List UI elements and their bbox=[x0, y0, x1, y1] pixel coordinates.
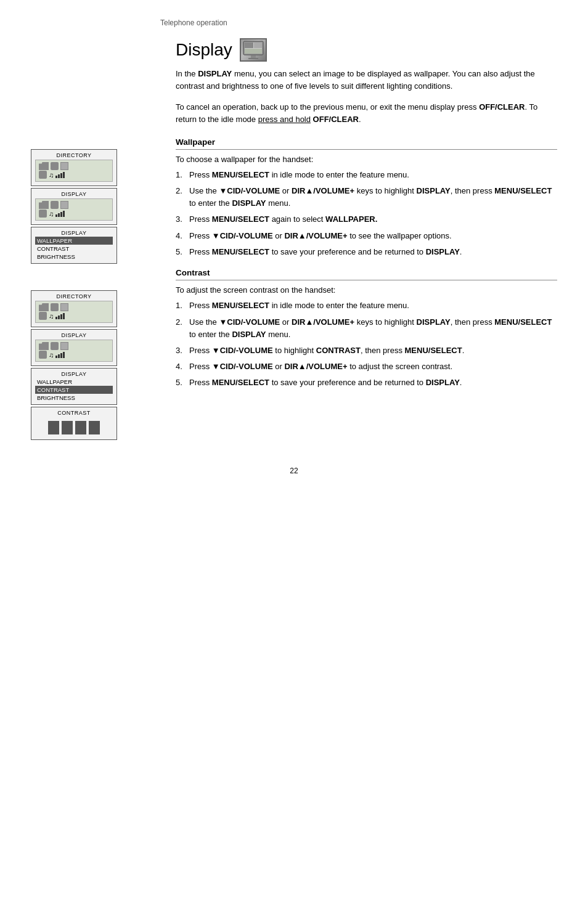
wallpaper-step-4: 4. Press ▼CID/-VOLUME or DIR▲/VOLUME+ to… bbox=[176, 230, 557, 242]
wallpaper-intro: To choose a wallpaper for the handset: bbox=[176, 153, 557, 166]
wallpaper-step-5: 5. Press MENU/SELECT to save your prefer… bbox=[176, 246, 557, 258]
right-column: Display In the DISPLAY menu, you can sel… bbox=[157, 38, 557, 448]
page-title: Display bbox=[176, 40, 232, 60]
svg-rect-2 bbox=[245, 43, 253, 48]
svg-rect-4 bbox=[245, 49, 262, 54]
wallpaper-step-2: 2. Use the ▼CID/-VOLUME or DIR▲/VOLUME+ … bbox=[176, 185, 557, 210]
display-section-icon bbox=[240, 38, 267, 62]
menu-item-contrast-2: CONTRAST bbox=[35, 386, 113, 394]
svg-rect-3 bbox=[254, 43, 262, 48]
contrast-intro: To adjust the screen contrast on the han… bbox=[176, 284, 557, 296]
contrast-bars-visual bbox=[35, 418, 113, 437]
display-screen-2: DISPLAY ♫ bbox=[31, 329, 117, 366]
page-header: Telephone operation bbox=[31, 18, 557, 27]
left-column: DIRECTORY ♫ bbox=[31, 38, 157, 448]
contrast-step-5: 5. Press MENU/SELECT to save your prefer… bbox=[176, 377, 557, 389]
menu-item-wallpaper: WALLPAPER bbox=[35, 237, 113, 245]
contrast-heading: Contrast bbox=[176, 268, 557, 280]
intro-paragraph-2: To cancel an operation, back up to the p… bbox=[176, 101, 557, 126]
menu-item-contrast-1: CONTRAST bbox=[35, 245, 113, 253]
contrast-steps: 1. Press MENU/SELECT in idle mode to ent… bbox=[176, 300, 557, 389]
directory-screen-2: DIRECTORY ♫ bbox=[31, 290, 117, 327]
menu-item-brightness-1: BRIGHTNESS bbox=[35, 253, 113, 261]
contrast-step-3: 3. Press ▼CID/-VOLUME to highlight CONTR… bbox=[176, 344, 557, 357]
contrast-step-4: 4. Press ▼CID/-VOLUME or DIR▲/VOLUME+ to… bbox=[176, 361, 557, 373]
directory-screen-1: DIRECTORY ♫ bbox=[31, 149, 117, 186]
wallpaper-heading: Wallpaper bbox=[176, 137, 557, 150]
display-screen-1: DISPLAY ♫ bbox=[31, 188, 117, 225]
menu-item-brightness-2: BRIGHTNESS bbox=[35, 394, 113, 402]
wallpaper-step-1: 1. Press MENU/SELECT in idle mode to ent… bbox=[176, 169, 557, 181]
contrast-step-1: 1. Press MENU/SELECT in idle mode to ent… bbox=[176, 300, 557, 312]
wallpaper-step-3: 3. Press MENU/SELECT again to select WAL… bbox=[176, 213, 557, 226]
wallpaper-steps: 1. Press MENU/SELECT in idle mode to ent… bbox=[176, 169, 557, 258]
svg-rect-6 bbox=[248, 58, 258, 59]
menu-item-wallpaper-2: WALLPAPER bbox=[35, 378, 113, 386]
contrast-step-2: 2. Use the ▼CID/-VOLUME or DIR▲/VOLUME+ … bbox=[176, 316, 557, 341]
page-number: 22 bbox=[31, 467, 557, 475]
menu-screen-contrast: DISPLAY WALLPAPER CONTRAST BRIGHTNESS bbox=[31, 368, 117, 405]
intro-paragraph-1: In the DISPLAY menu, you can select an i… bbox=[176, 68, 557, 92]
contrast-adjustment-screen: CONTRAST bbox=[31, 407, 117, 440]
menu-screen-wallpaper: DISPLAY WALLPAPER CONTRAST BRIGHTNESS bbox=[31, 227, 117, 264]
